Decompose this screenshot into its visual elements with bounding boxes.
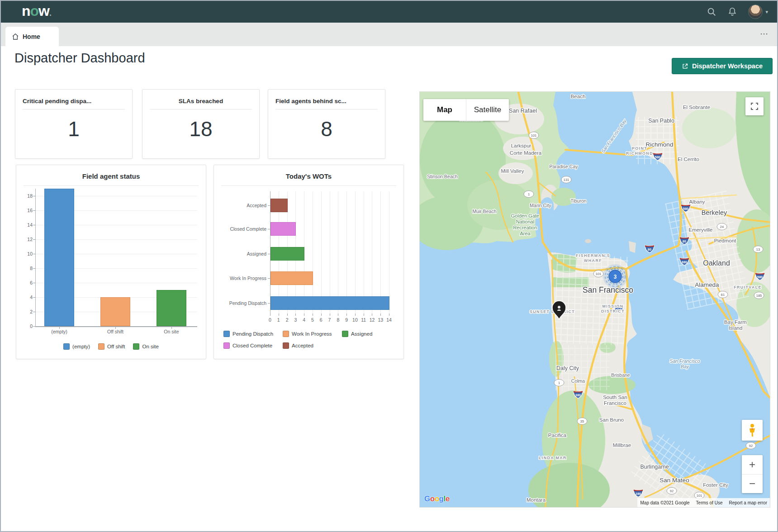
servicenow-logo: now. xyxy=(22,0,51,24)
map-label: Stinson Beach xyxy=(427,174,458,179)
tab-overflow-button[interactable]: ⋯ xyxy=(760,29,769,39)
avatar[interactable] xyxy=(748,5,763,19)
map-label: Corte Madera xyxy=(510,150,542,156)
dashboard-content: Dispatcher Dashboard Dispatcher Workspac… xyxy=(1,46,778,532)
map-label: Montara xyxy=(527,497,546,503)
gridline xyxy=(321,191,322,314)
map-label: Paradise Cay xyxy=(549,164,578,169)
tick-mark xyxy=(372,314,372,316)
svg-text:101: 101 xyxy=(596,272,602,276)
gridline xyxy=(355,191,356,314)
logo-w: w xyxy=(38,3,49,19)
svg-text:1: 1 xyxy=(528,192,530,196)
legend-item-Work In Progress[interactable]: Work In Progress xyxy=(283,331,342,337)
map-label: Richmond xyxy=(646,141,674,148)
cluster-marker[interactable]: 3 xyxy=(603,264,627,289)
map-type-map-button[interactable]: Map xyxy=(423,99,466,121)
map-alcatraz xyxy=(585,239,591,243)
notifications-bell-icon[interactable] xyxy=(727,7,737,17)
legend-item-Closed Complete[interactable]: Closed Complete xyxy=(223,342,283,349)
legend-item-Assigned[interactable]: Assigned xyxy=(342,331,401,337)
chart-title: Field agent status xyxy=(16,165,206,180)
tick-mark xyxy=(389,314,389,316)
svg-text:92: 92 xyxy=(670,489,674,493)
pegman-control[interactable] xyxy=(742,420,763,441)
legend-swatch xyxy=(63,343,70,350)
legend-item-Pending Dispatch[interactable]: Pending Dispatch xyxy=(223,331,283,337)
legend-swatch xyxy=(133,343,139,350)
search-icon[interactable] xyxy=(707,7,716,17)
gridline xyxy=(389,191,389,314)
map-label: Larkspur xyxy=(511,143,531,148)
google-logo[interactable]: Google xyxy=(424,494,450,504)
y-tick-label: 0 xyxy=(16,323,33,329)
kpi-field-agents-behind-schedule[interactable]: Field agents behind sc... 8 xyxy=(268,89,385,159)
fullscreen-button[interactable] xyxy=(745,97,764,115)
y-category-label: Assigned xyxy=(217,251,266,256)
x-tick-label: 9 xyxy=(343,317,350,323)
kpi-value: 18 xyxy=(142,117,259,141)
map-label: LINDA MAR xyxy=(539,456,567,460)
map-label: South SanFrancisco xyxy=(603,394,627,406)
svg-text:880: 880 xyxy=(682,260,688,264)
map-label: El Sobrante xyxy=(683,104,710,110)
tick-mark xyxy=(287,314,288,316)
user-menu[interactable]: ▾ xyxy=(748,5,768,19)
x-tick-label: (empty) xyxy=(35,329,83,334)
x-tick-label: 11 xyxy=(360,317,367,323)
map-label: Colma xyxy=(571,378,585,384)
zoom-in-button[interactable]: + xyxy=(742,455,763,475)
route-shield-185: 185 xyxy=(754,292,764,299)
x-tick-label: 13 xyxy=(377,317,384,323)
svg-text:1: 1 xyxy=(558,381,560,385)
map-label: Mill Valley xyxy=(501,168,524,174)
fullscreen-icon xyxy=(751,103,758,110)
chart-legend: (empty)Off shiftOn site xyxy=(16,343,206,350)
kpi-slas-breached[interactable]: SLAs breached 18 xyxy=(142,89,260,159)
map-label: Berkeley xyxy=(702,209,727,216)
logo-o: o xyxy=(30,3,39,19)
tab-home[interactable]: Home xyxy=(5,27,59,46)
gridline xyxy=(372,191,372,314)
report-map-error-link[interactable]: Report a map error xyxy=(729,500,767,505)
legend-label: (empty) xyxy=(72,344,90,349)
route-shield-131: 131 xyxy=(561,176,571,183)
legend-item-(empty)[interactable]: (empty) xyxy=(63,343,90,350)
terms-of-use-link[interactable]: Terms of Use xyxy=(696,500,723,505)
y-category-label: Work In Progress xyxy=(217,276,266,281)
chevron-down-icon: ▾ xyxy=(765,9,768,15)
legend-item-On site[interactable]: On site xyxy=(133,343,158,350)
gridline xyxy=(330,191,330,314)
legend-label: Assigned xyxy=(351,331,372,337)
tick-mark xyxy=(313,314,313,316)
legend-item-Off shift[interactable]: Off shift xyxy=(98,343,125,350)
tick-mark xyxy=(364,314,364,316)
x-tick-label: 8 xyxy=(334,317,342,323)
gridline xyxy=(313,191,313,314)
bar-(empty) xyxy=(44,189,74,326)
dispatcher-workspace-button[interactable]: Dispatcher Workspace xyxy=(672,58,773,74)
bar-Off shift xyxy=(100,297,130,326)
legend-label: Accepted xyxy=(292,343,313,348)
x-tick-label: 14 xyxy=(385,317,393,323)
bar-Assigned xyxy=(270,247,304,261)
x-tick-label: 1 xyxy=(275,317,282,323)
zoom-out-button[interactable]: − xyxy=(742,475,763,494)
route-shield-92: 92 xyxy=(746,442,756,449)
page-title: Dispatcher Dashboard xyxy=(14,51,145,66)
kpi-critical-pending-dispatch[interactable]: Critical pending dispa... 1 xyxy=(15,89,133,159)
svg-text:61: 61 xyxy=(721,293,725,297)
map-label: MISSIONDISTRICT xyxy=(601,304,625,314)
dispatch-map[interactable]: 1015801131580248080138805801016118528013… xyxy=(419,91,770,508)
app-window: now. ▾ Home ⋯ Dispatcher Dashboard Dispa… xyxy=(0,0,778,532)
legend-item-Accepted[interactable]: Accepted xyxy=(283,342,342,349)
legend-swatch xyxy=(98,343,104,350)
y-tick-label: 18 xyxy=(16,193,33,199)
tick-mark xyxy=(268,278,270,279)
route-shield-101: 101 xyxy=(593,271,603,277)
map-type-satellite-button[interactable]: Satellite xyxy=(466,99,509,121)
bar-Work In Progress xyxy=(270,271,313,285)
logo-dot: . xyxy=(49,9,51,18)
chart-legend-row-1: Pending DispatchWork In ProgressAssigned xyxy=(223,331,401,337)
divider xyxy=(221,185,396,186)
